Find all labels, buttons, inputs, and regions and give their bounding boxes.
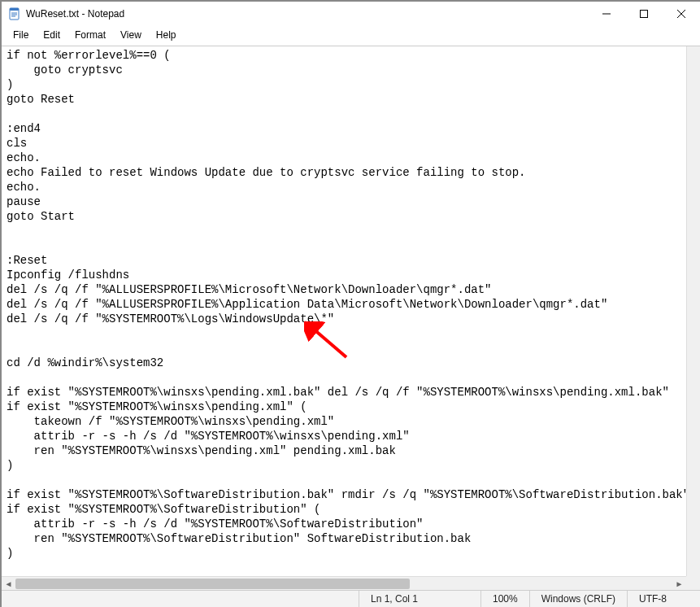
window-title: WuReset.txt - Notepad — [26, 8, 124, 20]
svg-rect-6 — [641, 11, 648, 18]
text-editor[interactable]: if not %errorlevel%==0 ( goto cryptsvc )… — [2, 46, 700, 590]
status-zoom: 100% — [480, 591, 529, 607]
status-position: Ln 1, Col 1 — [359, 591, 480, 607]
status-bar: Ln 1, Col 1 100% Windows (CRLF) UTF-8 — [2, 590, 700, 607]
status-line-ending: Windows (CRLF) — [529, 591, 627, 607]
menu-format[interactable]: Format — [68, 28, 112, 42]
editor-area: if not %errorlevel%==0 ( goto cryptsvc )… — [2, 46, 700, 590]
status-spacer — [2, 591, 359, 607]
maximize-button[interactable] — [625, 2, 663, 26]
scroll-corner — [686, 576, 700, 590]
horizontal-scrollbar[interactable]: ◄ ► — [2, 576, 686, 590]
scroll-track[interactable] — [15, 577, 672, 590]
menu-help[interactable]: Help — [150, 28, 183, 42]
status-encoding: UTF-8 — [627, 591, 700, 607]
menu-bar: File Edit Format View Help — [2, 26, 700, 46]
scroll-thumb[interactable] — [15, 579, 410, 589]
scroll-right-icon[interactable]: ► — [672, 577, 686, 591]
vertical-scrollbar[interactable] — [686, 46, 700, 576]
menu-view[interactable]: View — [114, 28, 148, 42]
title-bar: WuReset.txt - Notepad — [2, 2, 700, 26]
menu-file[interactable]: File — [7, 28, 35, 42]
minimize-button[interactable] — [588, 2, 625, 26]
svg-rect-1 — [10, 8, 19, 11]
notepad-icon — [8, 7, 21, 20]
close-button[interactable] — [663, 2, 700, 26]
scroll-left-icon[interactable]: ◄ — [2, 577, 15, 591]
menu-edit[interactable]: Edit — [37, 28, 67, 42]
